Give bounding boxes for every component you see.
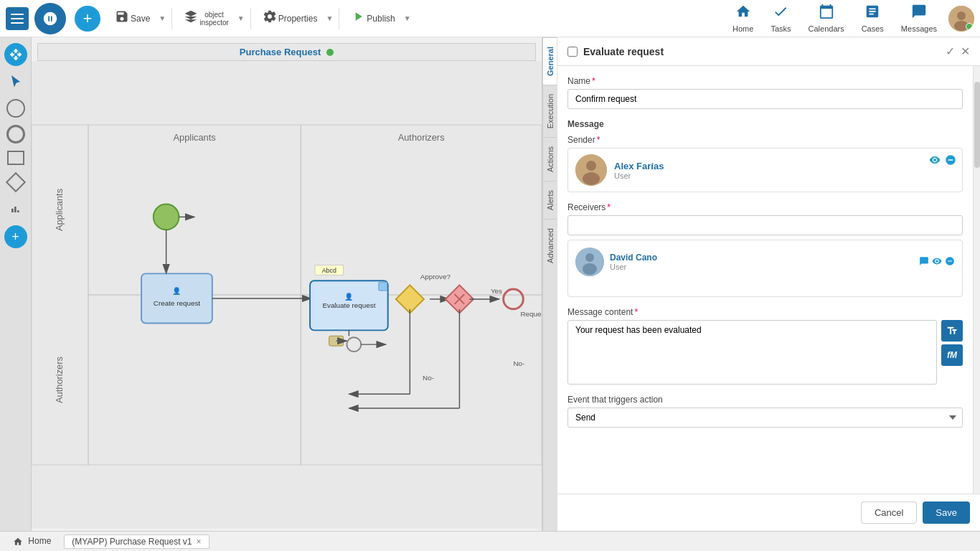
diagram-canvas: Purchase Request Applicants Authorizers …: [32, 43, 542, 531]
message-tools: fM: [941, 320, 963, 366]
publish-dropdown[interactable]: ▼: [404, 14, 411, 22]
sender-remove-button[interactable]: [945, 154, 956, 168]
diagram-title-bar: Purchase Request: [37, 43, 536, 61]
separator-3: [339, 8, 339, 29]
sender-card: Alex Farías User: [567, 148, 963, 192]
remove-circle-icon: [945, 154, 956, 166]
hamburger-icon: [11, 14, 24, 24]
navigate-tool[interactable]: [4, 43, 27, 66]
bottom-tab[interactable]: (MYAPP) Purchase Request v1 ×: [64, 534, 209, 549]
panel-title-checkbox[interactable]: [567, 47, 578, 57]
cases-icon: [864, 4, 880, 23]
message-content-required: *: [634, 307, 638, 317]
object-inspector-dropdown[interactable]: ▼: [237, 14, 245, 22]
plus-icon: +: [11, 230, 19, 245]
bottom-bar: Home (MYAPP) Purchase Request v1 ×: [0, 531, 980, 551]
execution-tab[interactable]: Execution: [543, 85, 557, 137]
sender-role: User: [614, 171, 955, 180]
save-button-panel[interactable]: Save: [923, 501, 970, 524]
svg-text:Authorizers: Authorizers: [398, 132, 445, 143]
receiver-chat-button[interactable]: [919, 256, 929, 268]
svg-text:Applicants: Applicants: [54, 189, 65, 231]
save-button[interactable]: Save: [109, 6, 156, 30]
publish-icon: [351, 9, 365, 27]
save-icon: [115, 9, 129, 27]
general-tab[interactable]: General: [543, 37, 557, 85]
separator-2: [250, 8, 251, 29]
side-panel-header-actions: ✓ ✕: [946, 44, 970, 58]
advanced-tab[interactable]: Advanced: [543, 219, 557, 272]
svg-point-50: [586, 161, 596, 171]
tasks-nav-button[interactable]: Tasks: [765, 1, 796, 36]
svg-point-51: [583, 172, 600, 185]
scrollbar-track[interactable]: [973, 66, 980, 494]
home-icon: [735, 4, 751, 23]
svg-point-38: [347, 337, 361, 352]
receiver-name: David Cano: [610, 253, 913, 263]
scrollbar-thumb[interactable]: [974, 82, 980, 168]
add-button[interactable]: +: [75, 6, 100, 32]
svg-text:No-: No-: [423, 374, 434, 382]
diamond-tool[interactable]: [5, 172, 25, 192]
circle-tool[interactable]: [6, 99, 25, 118]
bottom-home-button[interactable]: Home: [6, 534, 58, 548]
message-content-input[interactable]: Your request has been evaluated: [567, 320, 937, 385]
diagram-canvas-area[interactable]: Purchase Request Applicants Authorizers …: [32, 37, 542, 531]
properties-button[interactable]: Properties: [257, 6, 324, 30]
svg-text:Authorizers: Authorizers: [54, 357, 65, 403]
pointer-tool[interactable]: [4, 70, 27, 93]
svg-text:Create request: Create request: [154, 299, 200, 307]
cases-nav-button[interactable]: Cases: [856, 1, 890, 36]
receivers-search-input[interactable]: [567, 215, 963, 235]
bottom-home-icon: [13, 537, 23, 547]
save-dropdown-arrow[interactable]: ▼: [159, 14, 166, 22]
user-avatar-image: [948, 6, 974, 32]
panel-confirm-button[interactable]: ✓: [946, 44, 955, 58]
receiver-role: User: [610, 263, 913, 271]
object-inspector-button[interactable]: object inspector: [178, 6, 235, 30]
double-circle-tool[interactable]: [6, 125, 25, 143]
chart-icon: [10, 204, 22, 215]
rectangle-tool[interactable]: [7, 151, 24, 165]
message-content-label: Message content *: [567, 307, 963, 317]
svg-text:No-: No-: [514, 359, 525, 367]
chat-icon: [919, 256, 929, 266]
name-label: Name *: [567, 76, 963, 86]
right-panel-tabs: General Execution Actions Alerts Advance…: [542, 37, 557, 531]
sender-view-button[interactable]: [929, 154, 941, 168]
user-avatar-button[interactable]: [948, 6, 974, 32]
actions-tab[interactable]: Actions: [543, 137, 557, 181]
panel-title-text: Evaluate request: [583, 46, 664, 57]
svg-rect-0: [11, 14, 24, 15]
home-nav-button[interactable]: Home: [727, 1, 759, 36]
add-element-tool[interactable]: +: [4, 225, 27, 248]
bottom-tab-close-button[interactable]: ×: [197, 537, 202, 547]
side-panel: Evaluate request ✓ ✕ Name * Message: [557, 37, 980, 531]
logo-button[interactable]: [34, 3, 66, 34]
object-inspector-label: object inspector: [199, 11, 229, 27]
name-field-group: Name *: [567, 76, 963, 109]
cursor-icon: [9, 75, 22, 88]
side-panel-title-group: Evaluate request: [567, 46, 664, 57]
cancel-button[interactable]: Cancel: [861, 501, 917, 524]
name-input[interactable]: [567, 89, 963, 109]
receivers-list: David Cano User: [567, 240, 963, 297]
floppy-icon: [115, 9, 129, 24]
message-text-tool-button[interactable]: [941, 320, 963, 342]
calendars-nav-button[interactable]: Calendars: [803, 1, 850, 36]
messages-nav-button[interactable]: Messages: [895, 1, 943, 36]
publish-button[interactable]: Publish: [345, 6, 400, 30]
receiver-view-button[interactable]: [932, 256, 942, 268]
properties-label: Properties: [278, 14, 318, 24]
chart-tool[interactable]: [4, 198, 27, 221]
message-formula-tool-button[interactable]: fM: [941, 344, 963, 366]
svg-text:Approve?: Approve?: [420, 273, 451, 281]
panel-close-button[interactable]: ✕: [961, 44, 970, 58]
hamburger-button[interactable]: [6, 7, 29, 30]
svg-rect-1: [11, 18, 24, 19]
event-trigger-select[interactable]: Send Receive On complete On start: [567, 408, 963, 428]
receiver-remove-button[interactable]: [945, 256, 955, 268]
bpmn-diagram-svg: Applicants Authorizers Applicants Author…: [32, 61, 542, 529]
alerts-tab[interactable]: Alerts: [543, 181, 557, 219]
properties-dropdown[interactable]: ▼: [326, 14, 333, 22]
